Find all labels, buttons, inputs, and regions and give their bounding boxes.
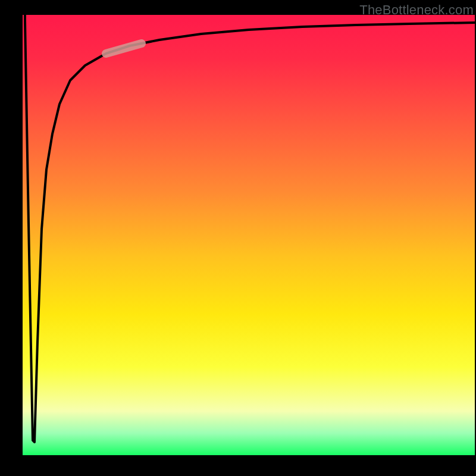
plot-area [23, 15, 475, 455]
main-curve [25, 15, 475, 442]
watermark-text: TheBottleneck.com [359, 2, 474, 18]
chart-stage: TheBottleneck.com [0, 0, 476, 476]
highlight-segment [106, 43, 142, 54]
curve-layer [23, 15, 475, 455]
